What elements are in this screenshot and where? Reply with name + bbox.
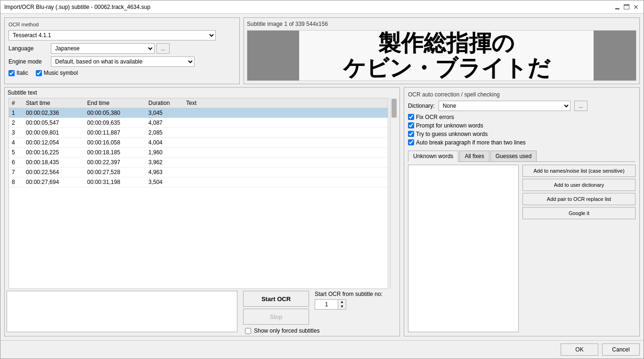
table-row[interactable]: 1 00:00:02,336 00:00:05,380 3,045: [9, 108, 388, 118]
window-title: Import/OCR Blu-ray (.sup) subtitle - 000…: [4, 4, 150, 10]
close-button[interactable]: ✕: [632, 3, 640, 11]
cell-text: [183, 128, 388, 137]
italic-checkbox[interactable]: [8, 70, 15, 76]
cell-num: 3: [9, 128, 23, 137]
auto-break-checkbox[interactable]: [408, 139, 414, 145]
cell-num: 5: [9, 147, 23, 157]
subtitle-no-area: Start OCR from subtitle no: ▲ ▼: [315, 291, 383, 310]
dictionary-browse-button[interactable]: ...: [574, 101, 587, 111]
unknown-words-list[interactable]: [408, 165, 519, 332]
forced-subtitles-label[interactable]: Show only forced subtitles: [245, 327, 384, 334]
auto-break-label[interactable]: Auto break paragraph if more than two li…: [408, 139, 636, 146]
subtitle-image-area: 製作総指揮の ケビン・ブライトだ: [247, 30, 636, 81]
music-symbol-checkbox[interactable]: [36, 70, 42, 76]
dictionary-row: Dictionary: None ...: [408, 101, 636, 111]
forced-subtitles-checkbox[interactable]: [245, 328, 251, 334]
cell-duration: 3,045: [146, 108, 183, 118]
title-bar: Import/OCR Blu-ray (.sup) subtitle - 000…: [0, 0, 644, 14]
fix-ocr-label[interactable]: Fix OCR errors: [408, 114, 636, 120]
music-symbol-checkbox-label[interactable]: Music symbol: [36, 70, 78, 76]
add-names-button[interactable]: Add to names/noise list (case sensitive): [522, 165, 636, 177]
checkbox-row: Italic Music symbol: [8, 70, 236, 76]
cell-start: 00:00:02,336: [23, 108, 84, 118]
spinner-up[interactable]: ▲: [338, 300, 346, 304]
cell-num: 6: [9, 157, 23, 167]
table-row[interactable]: 3 00:00:09,801 00:00:11,887 2,085: [9, 128, 388, 137]
cancel-button[interactable]: Cancel: [602, 343, 640, 356]
table-row[interactable]: 4 00:00:12,054 00:00:16,058 4,004: [9, 137, 388, 147]
cell-num: 1: [9, 108, 23, 118]
cell-end: 00:00:11,887: [84, 128, 146, 137]
cell-text: [183, 167, 388, 177]
tab-guesses-used[interactable]: Guesses used: [490, 151, 537, 161]
table-row[interactable]: 6 00:00:18,435 00:00:22,397 3,962: [9, 157, 388, 167]
table-row[interactable]: 2 00:00:05,547 00:00:09,635 4,087: [9, 118, 388, 128]
subtitle-no-label: Start OCR from subtitle no:: [315, 291, 383, 297]
subtitle-no-spinner[interactable]: ▲ ▼: [315, 299, 383, 310]
cell-end: 00:00:09,635: [84, 118, 146, 128]
cell-text: [183, 177, 388, 187]
guess-unknown-text: Try to guess unknown words: [416, 131, 488, 137]
add-pair-button[interactable]: Add pair to OCR replace list: [522, 193, 636, 205]
cell-end: 00:00:18,185: [84, 147, 146, 157]
cell-end: 00:00:31,198: [84, 177, 146, 187]
guess-unknown-label[interactable]: Try to guess unknown words: [408, 131, 636, 137]
music-symbol-label: Music symbol: [44, 70, 78, 76]
engine-mode-label: Engine mode: [8, 58, 51, 65]
subtitle-text-label: Subtitle text: [5, 88, 399, 98]
scrollbar-thumb: [391, 99, 397, 118]
ocr-method-select[interactable]: Tesseract 4.1.1: [8, 30, 216, 40]
cell-text: [183, 157, 388, 167]
spinner-buttons: ▲ ▼: [338, 299, 346, 310]
tabs-row: Unknown words All fixes Guesses used: [408, 151, 636, 162]
fix-ocr-checkbox[interactable]: [408, 114, 414, 120]
col-duration: Duration: [146, 98, 183, 108]
subtitle-image-panel: Subtitle image 1 of 339 544x156 製作総指揮の ケ…: [244, 17, 640, 84]
google-it-button[interactable]: Google it: [522, 207, 636, 219]
subtitle-table-wrapper[interactable]: # Start time End time Duration Text 1 00…: [8, 98, 388, 289]
cell-start: 00:00:12,054: [23, 137, 84, 147]
language-label: Language: [8, 45, 51, 52]
cell-start: 00:00:18,435: [23, 157, 84, 167]
japanese-line1: 製作総指揮の: [378, 31, 514, 56]
table-row[interactable]: 7 00:00:22,564 00:00:27,528 4,963: [9, 167, 388, 177]
cell-start: 00:00:27,694: [23, 177, 84, 187]
subtitle-image-content: 製作総指揮の ケビン・ブライトだ: [247, 31, 636, 80]
ok-button[interactable]: OK: [561, 343, 598, 356]
ocr-buttons: Start OCR Stop: [243, 291, 309, 325]
language-select[interactable]: Japanese: [51, 43, 155, 54]
cell-duration: 4,004: [146, 137, 183, 147]
main-content: OCR method Tesseract 4.1.1 Language Japa…: [0, 14, 644, 340]
window-controls: 🗕 🗖 ✕: [613, 3, 640, 11]
cell-start: 00:00:05,547: [23, 118, 84, 128]
subtitle-no-input[interactable]: [315, 299, 338, 310]
table-row[interactable]: 5 00:00:16,225 00:00:18,185 1,960: [9, 147, 388, 157]
cell-duration: 2,085: [146, 128, 183, 137]
prompt-unknown-checkbox[interactable]: [408, 122, 414, 128]
italic-checkbox-label[interactable]: Italic: [8, 70, 28, 76]
table-row[interactable]: 8 00:00:27,694 00:00:31,198 3,504: [9, 177, 388, 187]
add-user-dict-button[interactable]: Add to user dictionary: [522, 179, 636, 191]
italic-label: Italic: [16, 70, 28, 76]
maximize-button[interactable]: 🗖: [623, 3, 630, 11]
ocr-method-row: Tesseract 4.1.1: [8, 30, 236, 40]
dictionary-select[interactable]: None: [439, 101, 571, 111]
guess-unknown-checkbox[interactable]: [408, 131, 414, 137]
tab-all-fixes[interactable]: All fixes: [459, 151, 489, 161]
engine-mode-select[interactable]: Default, based on what is available: [51, 56, 195, 67]
start-ocr-button[interactable]: Start OCR: [243, 291, 309, 307]
stop-button[interactable]: Stop: [243, 309, 309, 325]
minimize-button[interactable]: 🗕: [613, 3, 621, 11]
table-scrollbar[interactable]: [390, 98, 398, 289]
gray-block-left: [247, 31, 299, 80]
subtitle-image-header: Subtitle image 1 of 339 544x156: [247, 21, 636, 27]
cell-end: 00:00:16,058: [84, 137, 146, 147]
gray-block-right: [594, 31, 636, 80]
language-browse-button[interactable]: ...: [156, 43, 170, 54]
spinner-down[interactable]: ▼: [338, 304, 346, 309]
tab-unknown-words[interactable]: Unknown words: [408, 151, 458, 162]
japanese-text-area: 製作総指揮の ケビン・ブライトだ: [299, 31, 594, 80]
prompt-unknown-label[interactable]: Prompt for unknown words: [408, 122, 636, 129]
cell-duration: 3,962: [146, 157, 183, 167]
cell-start: 00:00:16,225: [23, 147, 84, 157]
